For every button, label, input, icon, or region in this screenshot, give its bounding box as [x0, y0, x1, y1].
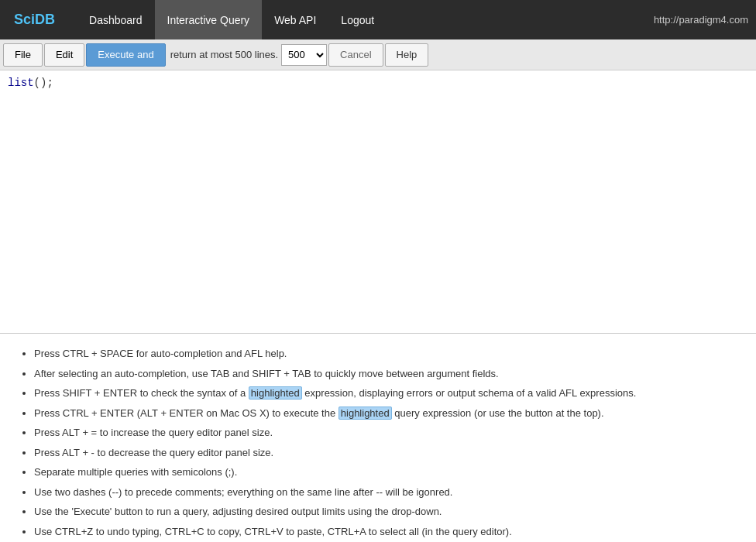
- edit-button[interactable]: Edit: [44, 43, 84, 67]
- list-item: Separate multiple queries with semicolon…: [34, 465, 741, 480]
- query-editor[interactable]: list();: [0, 70, 756, 334]
- list-item: Use CTRL+Z to undo typing, CTRL+C to cop…: [34, 524, 741, 540]
- nav-dashboard[interactable]: Dashboard: [77, 0, 155, 39]
- list-item: Press ALT + - to decrease the query edit…: [34, 445, 741, 461]
- nav-interactive-query[interactable]: Interactive Query: [155, 0, 263, 39]
- list-item: Press CTRL + ENTER (ALT + ENTER on Mac O…: [34, 406, 741, 421]
- return-limit-wrap: return at most 500 lines. 500 100 1000 A…: [170, 44, 327, 66]
- return-limit-text: return at most 500 lines.: [170, 49, 278, 60]
- return-limit-select[interactable]: 500 100 1000 All: [281, 44, 327, 66]
- help-section: Press CTRL + SPACE for auto-completion a…: [0, 334, 756, 542]
- navbar: SciDB Dashboard Interactive Query Web AP…: [0, 0, 756, 39]
- list-item: Press ALT + = to increase the query edit…: [34, 425, 741, 441]
- help-list: Press CTRL + SPACE for auto-completion a…: [15, 346, 741, 542]
- list-item: Press SHIFT + ENTER to check the syntax …: [34, 386, 741, 401]
- file-button[interactable]: File: [3, 43, 43, 67]
- help-button[interactable]: Help: [385, 43, 429, 67]
- nav-logout[interactable]: Logout: [328, 0, 387, 39]
- brand-logo: SciDB: [8, 12, 61, 28]
- nav-web-api[interactable]: Web API: [262, 0, 328, 39]
- toolbar: File Edit Execute and return at most 500…: [0, 39, 756, 70]
- navbar-url: http://paradigm4.com: [654, 14, 748, 26]
- list-item: Use the 'Execute' button to run a query,…: [34, 504, 741, 520]
- editor-code: list();: [8, 77, 748, 89]
- cancel-button[interactable]: Cancel: [328, 43, 383, 67]
- list-item: Press CTRL + SPACE for auto-completion a…: [34, 346, 741, 362]
- highlight-badge-2: highlighted: [338, 406, 392, 420]
- execute-button[interactable]: Execute and: [86, 43, 165, 67]
- list-item: Use two dashes (--) to precede comments;…: [34, 485, 741, 500]
- highlight-badge-1: highlighted: [249, 386, 302, 400]
- list-item: After selecting an auto-completion, use …: [34, 366, 741, 382]
